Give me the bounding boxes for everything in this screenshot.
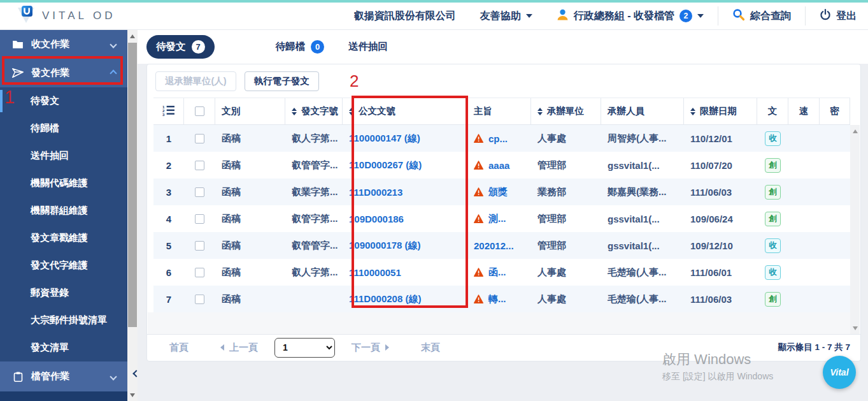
official-no-link[interactable]: 1090000178 (線)	[349, 240, 421, 252]
app-window: VITAL OD 叡揚資訊股份有限公司 友善協助 行政總務組 - 收發檔管 2	[0, 0, 868, 401]
cell-unit: 人事處	[531, 286, 601, 312]
user-menu[interactable]: 行政總務組 - 收發檔管 2	[557, 9, 704, 24]
scroll-up-arrow[interactable]	[850, 126, 860, 136]
logout-button[interactable]: 登出	[820, 9, 857, 23]
subject-link[interactable]: cp...	[488, 133, 508, 144]
watermark-line1: 啟用 Windows	[662, 350, 773, 369]
doc-no-text: 叡管管字...	[292, 240, 338, 252]
row-checkbox[interactable]	[195, 268, 204, 277]
subject-link[interactable]: 頒獎	[488, 186, 508, 198]
sidebar-item-bulk-mail-list[interactable]: 大宗郵件掛號清單	[0, 307, 127, 334]
doc-type-text: 函稿	[222, 213, 241, 225]
vital-assistant-button[interactable]: Vital	[823, 356, 856, 389]
page-select[interactable]: 1	[274, 338, 335, 358]
column-header-doc_no[interactable]: 發文字號	[285, 98, 343, 124]
cell-doc-type: 函稿	[215, 152, 285, 179]
sidebar-item-archive-mgmt[interactable]: 檔管作業	[0, 361, 127, 391]
scroll-up-arrow[interactable]	[127, 31, 138, 41]
subject-link[interactable]: aaaa	[488, 160, 509, 171]
cell-doc-type: 函稿	[215, 125, 285, 152]
next-page-button[interactable]: 下一頁	[352, 342, 389, 354]
cell-staff: gssvital1(...	[601, 205, 684, 232]
sidebar-item-agency-code[interactable]: 機關代碼維護	[0, 170, 127, 197]
subject-link[interactable]: 轉...	[488, 293, 506, 305]
official-no-link[interactable]: 1110000051	[349, 267, 401, 278]
deadline-text: 109/12/10	[690, 240, 733, 251]
cell-doc-badge: 收	[757, 259, 788, 286]
official-no-link[interactable]: 1100000147 (線)	[349, 133, 420, 145]
scrollbar-thumb[interactable]	[128, 43, 137, 327]
subject-link[interactable]: 函...	[488, 266, 506, 279]
column-header-subject: 主旨	[467, 98, 531, 124]
return-unit-button[interactable]: 退承辦單位(人)	[155, 71, 236, 91]
arrow-right-icon	[385, 344, 389, 351]
scroll-down-arrow[interactable]	[850, 323, 860, 333]
first-page-button[interactable]: 首頁	[169, 342, 189, 354]
sidebar-item-pending-dispatch[interactable]: 待發文	[0, 87, 127, 115]
sidebar-scrollbar[interactable]	[127, 30, 138, 401]
sidebar-item-receive[interactable]: 收文作業	[0, 30, 127, 59]
scroll-down-arrow[interactable]	[127, 390, 138, 400]
cell-doc-type: 函稿	[215, 205, 285, 232]
help-menu[interactable]: 友善協助	[480, 10, 532, 23]
official-no-link[interactable]: 111D000213	[349, 187, 402, 198]
doc-status-badge: 創	[765, 185, 781, 200]
chevron-down-icon	[697, 14, 704, 18]
sidebar: 收文作業 發文作業 待發文 待歸檔 送件抽回 機關代碼維護 機關群組維護 發文章…	[0, 30, 127, 401]
subject-link[interactable]: 測...	[488, 213, 506, 225]
prev-page-button[interactable]: 上一頁	[220, 342, 258, 354]
row-checkbox[interactable]	[195, 161, 204, 170]
tab-count-badge: 7	[192, 40, 205, 54]
tab-pending-archive[interactable]: 待歸檔 0	[276, 40, 325, 54]
official-no-link[interactable]: 109D000186	[349, 214, 404, 224]
tab-label: 送件抽回	[348, 40, 388, 54]
tab-pending-dispatch[interactable]: 待發文 7	[146, 35, 215, 59]
row-checkbox[interactable]	[195, 134, 204, 143]
column-header-num: 123	[153, 98, 184, 124]
sidebar-item-dispatch-list[interactable]: 發文清單	[0, 334, 127, 361]
submenu-label: 發文清單	[31, 342, 69, 354]
column-label: 速	[799, 105, 809, 117]
subject-link[interactable]: 202012...	[474, 240, 514, 251]
staff-text: gssvital1(...	[608, 214, 660, 224]
sidebar-item-dispatch[interactable]: 發文作業	[0, 59, 127, 87]
sidebar-item-pending-archive[interactable]: 待歸檔	[0, 115, 127, 142]
column-header-deadline[interactable]: 限辦日期	[684, 98, 757, 124]
doc-type-text: 函稿	[222, 293, 241, 305]
column-label: 文	[768, 105, 778, 117]
sidebar-item-agency-group[interactable]: 機關群組維護	[0, 197, 127, 224]
table-row: 2函稿叡管管字...110D000267 (線)aaaa管理部gssvital1…	[153, 152, 850, 179]
select-all-checkbox[interactable]	[195, 106, 204, 116]
cell-official-no: 111D000208 (線)	[343, 286, 467, 312]
cell-doc-type: 函稿	[215, 259, 285, 286]
table-row: 1函稿叡人字第...1100000147 (線)cp...人事處周智婷(人事..…	[153, 125, 850, 152]
sidebar-item-postage[interactable]: 郵資登錄	[0, 279, 127, 307]
sidebar-item-code-word-maint[interactable]: 發文代字維護	[0, 252, 127, 279]
table-scrollbar[interactable]	[850, 125, 860, 334]
submenu-label: 待發文	[31, 95, 59, 107]
official-no-link[interactable]: 111D000208 (線)	[349, 293, 421, 305]
global-search-button[interactable]: 綜合查詢	[732, 8, 791, 24]
row-checkbox[interactable]	[195, 295, 204, 304]
sidebar-item-recall[interactable]: 送件抽回	[0, 142, 127, 170]
row-checkbox[interactable]	[195, 241, 204, 251]
row-checkbox[interactable]	[195, 187, 204, 197]
row-checkbox[interactable]	[195, 214, 204, 224]
official-no-link[interactable]: 110D000267 (線)	[349, 159, 422, 171]
row-number: 4	[153, 205, 184, 232]
last-page-button[interactable]: 末頁	[421, 342, 440, 354]
column-header-secret: 密	[820, 98, 850, 124]
tab-label: 待歸檔	[276, 40, 306, 54]
app-logo[interactable]: VITAL OD	[17, 6, 116, 26]
sidebar-item-stamp-maint[interactable]: 發文章戳維護	[0, 224, 127, 252]
header-divider	[718, 6, 718, 26]
column-label: 公文文號	[359, 105, 395, 117]
column-header-unit[interactable]: 承辦單位	[531, 98, 601, 124]
tab-recall[interactable]: 送件抽回	[348, 40, 388, 54]
column-header-official_no[interactable]: 公文文號	[343, 98, 467, 124]
execute-dispatch-button[interactable]: 執行電子發文	[245, 71, 319, 91]
cell-doc-type: 函稿	[215, 286, 285, 312]
cell-check	[184, 286, 215, 312]
doc-status-badge: 創	[765, 158, 781, 173]
doc-status-badge: 收	[765, 238, 781, 253]
